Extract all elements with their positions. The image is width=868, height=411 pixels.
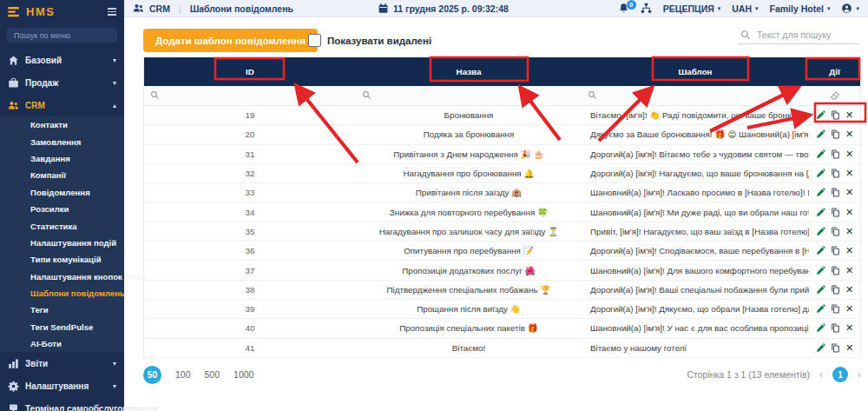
current-page-button[interactable]: 1 (832, 367, 848, 382)
user-menu[interactable]: ▾ (841, 3, 859, 14)
copy-icon[interactable] (831, 246, 840, 255)
sidebar-menu-search-input[interactable]: Пошук по меню (7, 28, 117, 43)
page-size-50[interactable]: 50 (143, 366, 161, 384)
edit-pencil-icon[interactable] (816, 169, 825, 178)
table-row[interactable]: 35Нагадування про залишок часу для заїзд… (144, 222, 860, 242)
sidebar-subitem[interactable]: Налаштування подій (0, 235, 124, 251)
add-template-button[interactable]: Додати шаблон повідомлення (143, 29, 318, 52)
sidebar-subitem[interactable]: Типи комунікацій (0, 251, 124, 268)
filter-template-input[interactable] (582, 88, 809, 103)
sidebar-subitem[interactable]: Компанії (0, 167, 124, 183)
copy-icon[interactable] (831, 285, 840, 295)
sidebar-subitem[interactable]: Шаблони повідомлень (0, 285, 124, 302)
sidebar-subitem[interactable]: Теги (0, 302, 124, 318)
copy-icon[interactable] (831, 266, 840, 275)
table-row[interactable]: 19БронюванняВітаємо, [ім'я]! 👏 Раді пові… (144, 106, 860, 125)
sidebar-subitem[interactable]: Розсилки (0, 201, 124, 217)
next-page-icon[interactable]: › (858, 368, 861, 381)
copy-icon[interactable] (831, 343, 840, 353)
sidebar-subitem[interactable]: Повідомлення (0, 184, 124, 201)
sidebar-item-crm[interactable]: CRM▴ (0, 94, 124, 116)
sidebar-item-section[interactable]: Продаж▾ (0, 71, 124, 94)
hotel-menu[interactable]: Family Hotel ▾ (770, 3, 831, 14)
sidebar-subitem[interactable]: Теги SendPulse (0, 319, 124, 335)
copy-icon[interactable] (831, 110, 840, 120)
clear-filters-button[interactable] (809, 90, 860, 101)
delete-x-icon[interactable]: ✕ (845, 304, 853, 314)
table-row[interactable]: 40Пропозиція спеціальних пакетів 🎁Шановн… (144, 319, 860, 338)
table-row[interactable]: 34Знижка для повторного перебування 🍀Шан… (144, 202, 860, 222)
page-size-100[interactable]: 100 (175, 369, 191, 380)
copy-icon[interactable] (831, 129, 840, 139)
delete-x-icon[interactable]: ✕ (845, 343, 853, 353)
copy-icon[interactable] (831, 304, 840, 314)
filter-name-input[interactable] (356, 88, 582, 103)
page-size-1000[interactable]: 1000 (233, 369, 253, 380)
edit-pencil-icon[interactable] (816, 188, 825, 197)
column-header-id[interactable]: ID (144, 67, 356, 76)
notifications-bell-icon[interactable]: 0 (618, 3, 629, 14)
table-row[interactable]: 33Привітання після заїзду 🏨Шановний(а) [… (144, 183, 860, 202)
edit-pencil-icon[interactable] (816, 110, 825, 120)
copy-icon[interactable] (831, 169, 840, 178)
currency-menu[interactable]: UAH ▾ (732, 3, 758, 14)
delete-x-icon[interactable]: ✕ (845, 188, 853, 197)
breadcrumb-root[interactable]: CRM (149, 3, 170, 14)
edit-pencil-icon[interactable] (816, 285, 825, 295)
show-deleted-checkbox[interactable] (308, 34, 321, 47)
table-row[interactable]: 38Підтвердження спеціальних побажань 🏆До… (144, 281, 860, 300)
sidebar-subitem[interactable]: AI-Боти (0, 335, 124, 352)
sidebar-subitem[interactable]: Завдання (0, 150, 124, 167)
sidebar-item-section[interactable]: Звіти▾ (0, 352, 124, 375)
sidebar-subitem[interactable]: Статистика (0, 217, 124, 234)
edit-pencil-icon[interactable] (816, 208, 825, 217)
copy-icon[interactable] (831, 149, 840, 159)
edit-pencil-icon[interactable] (816, 227, 825, 236)
delete-x-icon[interactable]: ✕ (845, 323, 853, 333)
filter-id-input[interactable] (144, 88, 356, 103)
copy-icon[interactable] (831, 323, 840, 333)
column-header-name[interactable]: Назва (356, 67, 582, 76)
edit-pencil-icon[interactable] (816, 343, 825, 353)
hamburger-menu-icon[interactable] (108, 8, 116, 16)
edit-pencil-icon[interactable] (816, 304, 825, 314)
copy-icon[interactable] (831, 227, 840, 236)
delete-x-icon[interactable]: ✕ (845, 246, 853, 255)
sitemap-icon[interactable] (641, 3, 652, 14)
pagination-right: Сторінка 1 з 1 (13 елементів) ‹ 1 › (687, 367, 861, 382)
edit-pencil-icon[interactable] (816, 129, 825, 139)
table-search-input[interactable]: Текст для пошуку (738, 26, 859, 44)
table-row[interactable]: 32Нагадування про бронювання 🔔Дорогий(а)… (144, 164, 860, 183)
edit-pencil-icon[interactable] (816, 266, 825, 275)
page-size-500[interactable]: 500 (205, 369, 220, 380)
table-row[interactable]: 20Подяка за бронюванняДякуємо за Ваше бр… (144, 125, 860, 144)
table-row[interactable]: 37Пропозиція додаткових послуг 🌺Шановний… (144, 261, 860, 280)
edit-pencil-icon[interactable] (816, 246, 825, 255)
delete-x-icon[interactable]: ✕ (845, 227, 853, 236)
table-row[interactable]: 36Опитування про перебування 📝Дорогий(а)… (144, 242, 860, 261)
column-header-template[interactable]: Шаблон (582, 67, 809, 76)
copy-icon[interactable] (831, 208, 840, 217)
sidebar-item-section[interactable]: Термінал самообслуговування (0, 397, 124, 411)
edit-pencil-icon[interactable] (816, 323, 825, 333)
table-row[interactable]: 31Привітання з Днем народження 🎉 🎂Дороги… (144, 145, 860, 164)
table-row[interactable]: 39Прощання після виїзду 👋Дорогий(а) [ім'… (144, 300, 860, 319)
delete-x-icon[interactable]: ✕ (845, 149, 853, 159)
edit-pencil-icon[interactable] (816, 149, 825, 159)
copy-icon[interactable] (831, 188, 840, 197)
prev-page-icon[interactable]: ‹ (819, 368, 823, 381)
sidebar-subitem[interactable]: Контакти (0, 116, 124, 133)
sidebar-item-section[interactable]: Базовий▾ (0, 49, 124, 71)
show-deleted-toggle[interactable]: Показувати видалені (308, 34, 431, 47)
sidebar-subitem[interactable]: Налаштування кнопок ботів (0, 268, 124, 285)
reception-menu[interactable]: РЕЦЕПЦИЯ ▾ (663, 3, 721, 14)
delete-x-icon[interactable]: ✕ (845, 169, 853, 178)
delete-x-icon[interactable]: ✕ (845, 208, 853, 217)
delete-x-icon[interactable]: ✕ (845, 129, 853, 139)
delete-x-icon[interactable]: ✕ (845, 285, 853, 295)
sidebar-item-section[interactable]: Налаштування▾ (0, 375, 124, 397)
delete-x-icon[interactable]: ✕ (845, 110, 853, 120)
sidebar-subitem[interactable]: Замовлення (0, 133, 124, 149)
delete-x-icon[interactable]: ✕ (845, 266, 853, 275)
table-row[interactable]: 41Вітаємо!Вітаємо у нашому готелі✕ (144, 339, 860, 358)
